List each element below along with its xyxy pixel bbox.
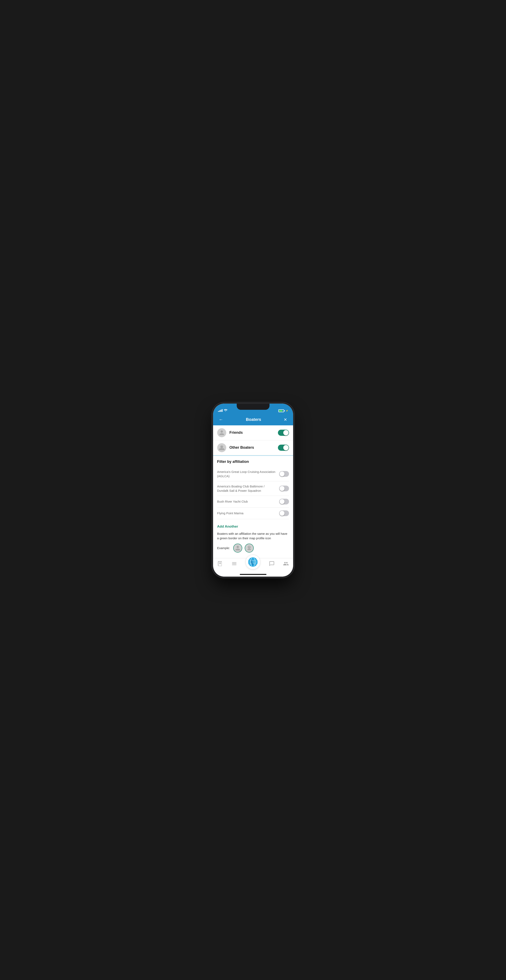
- notch: [237, 404, 270, 410]
- globe-container: [246, 555, 260, 570]
- chat-icon: [269, 561, 275, 566]
- signal-bars-icon: [218, 409, 223, 412]
- svg-rect-0: [248, 547, 250, 547]
- bottom-nav-list[interactable]: [231, 561, 237, 566]
- status-left: [218, 409, 227, 412]
- signal-bar-4: [222, 409, 223, 412]
- other-boaters-avatar: [217, 443, 226, 452]
- affiliation-toggle-abc[interactable]: [279, 485, 289, 492]
- signal-bar-3: [220, 410, 221, 412]
- battery-fill: [279, 410, 283, 412]
- other-boaters-label: Other Boaters: [230, 445, 278, 450]
- affiliation-name-flying-point: Flying Point Marina: [217, 511, 279, 515]
- bottom-nav-map[interactable]: [246, 555, 260, 570]
- phone-frame: ⚡ ← Boaters ✕ Friends: [213, 404, 293, 577]
- other-boaters-toggle-knob: [283, 445, 289, 450]
- bottom-nav-boaters[interactable]: [283, 561, 289, 566]
- affiliation-toggle-knob-bush-river: [279, 499, 284, 504]
- close-button[interactable]: ✕: [282, 415, 289, 424]
- other-boaters-toggle[interactable]: [278, 445, 289, 451]
- add-another-button[interactable]: Add Another: [213, 521, 293, 529]
- battery-icon: [278, 409, 284, 412]
- people-icon: [283, 561, 289, 566]
- affiliation-name-bush-river: Bush River Yacht Club: [217, 500, 279, 504]
- home-indicator: [240, 574, 267, 575]
- globe-icon: [247, 557, 258, 567]
- example-avatar-person: [233, 544, 242, 553]
- content-area: Friends Other Boaters: [213, 425, 293, 558]
- example-avatar-captain: [245, 544, 254, 553]
- affiliation-toggle-knob-aglca: [279, 471, 284, 476]
- charging-icon: ⚡: [286, 410, 288, 412]
- friends-toggle[interactable]: [278, 430, 289, 436]
- affiliation-toggle-flying-point[interactable]: [279, 511, 289, 516]
- friends-toggle-knob: [283, 430, 289, 435]
- signal-bar-1: [218, 411, 219, 412]
- affiliation-name-abc: America's Boating Club Baltimore / Dunda…: [217, 484, 279, 493]
- info-text: Boaters with an affiliation the same as …: [213, 529, 293, 544]
- screen: ⚡ ← Boaters ✕ Friends: [213, 404, 293, 577]
- affiliation-row-aglca: America's Great Loop Cruising Associatio…: [217, 467, 289, 481]
- book-icon: [217, 561, 223, 566]
- filter-section: Filter by affiliation America's Great Lo…: [213, 456, 293, 521]
- other-boaters-row: Other Boaters: [213, 440, 293, 455]
- bottom-nav-messages[interactable]: [269, 561, 275, 566]
- signal-bar-2: [219, 410, 220, 412]
- back-button[interactable]: ←: [217, 415, 225, 424]
- nav-bar: ← Boaters ✕: [213, 414, 293, 425]
- affiliation-toggle-knob-flying-point: [279, 511, 284, 516]
- bottom-nav-logbook[interactable]: [217, 561, 223, 566]
- status-right: ⚡: [278, 409, 288, 412]
- filter-title: Filter by affiliation: [217, 460, 289, 464]
- affiliation-toggle-bush-river[interactable]: [279, 499, 289, 504]
- example-label: Example:: [217, 546, 230, 550]
- affiliation-toggle-knob-abc: [279, 486, 284, 491]
- affiliation-name-aglca: America's Great Loop Cruising Associatio…: [217, 469, 279, 478]
- friends-avatar: [217, 428, 226, 437]
- wifi-icon: [224, 409, 227, 412]
- bottom-nav: [213, 558, 293, 577]
- affiliation-toggle-aglca[interactable]: [279, 471, 289, 477]
- affiliation-row-flying-point: Flying Point Marina: [217, 508, 289, 519]
- page-title: Boaters: [246, 417, 261, 422]
- friends-row: Friends: [213, 425, 293, 440]
- affiliation-row-bush-river: Bush River Yacht Club: [217, 496, 289, 508]
- friends-label: Friends: [230, 431, 278, 435]
- affiliation-row-abc: America's Boating Club Baltimore / Dunda…: [217, 481, 289, 496]
- list-icon: [231, 561, 237, 566]
